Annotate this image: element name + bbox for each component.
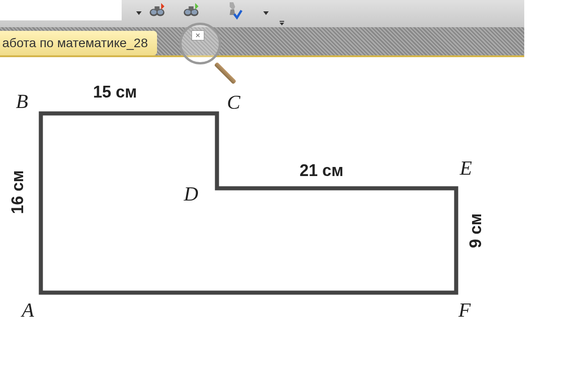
vertex-d-label: D — [184, 182, 198, 206]
vertex-f-label: F — [458, 299, 471, 322]
svg-marker-11 — [195, 3, 198, 10]
dimension-ef: 9 см — [466, 213, 485, 248]
file-tab[interactable]: абота по математике_28 — [0, 31, 157, 55]
svg-rect-10 — [189, 6, 194, 10]
magnifier-tool[interactable]: ✕ — [179, 23, 225, 68]
l-shape-polygon — [0, 73, 499, 345]
magnifier-lens-icon: ✕ — [179, 23, 221, 64]
search-red-icon[interactable] — [148, 1, 167, 20]
vertex-e-label: E — [460, 157, 472, 180]
dropdown-icon[interactable] — [129, 4, 148, 23]
search-green-icon[interactable] — [182, 1, 201, 20]
magnifier-close-button[interactable]: ✕ — [192, 30, 204, 40]
dimension-de: 21 см — [300, 161, 344, 180]
geometry-diagram: B C D E F A 15 см 16 см 21 см 9 см — [0, 73, 499, 345]
svg-rect-4 — [155, 6, 160, 10]
file-tab-label: абота по математике_28 — [2, 36, 148, 50]
vertex-c-label: C — [227, 91, 240, 114]
svg-marker-5 — [161, 3, 164, 10]
brush-check-icon[interactable] — [225, 1, 244, 20]
toolbar — [0, 0, 524, 27]
vertex-a-label: A — [22, 299, 34, 322]
dimension-ab: 16 см — [8, 170, 27, 214]
vertex-b-label: B — [16, 90, 28, 113]
toolbar-input-area[interactable] — [0, 0, 122, 20]
dimension-bc: 15 см — [93, 83, 137, 102]
close-icon: ✕ — [195, 32, 201, 39]
